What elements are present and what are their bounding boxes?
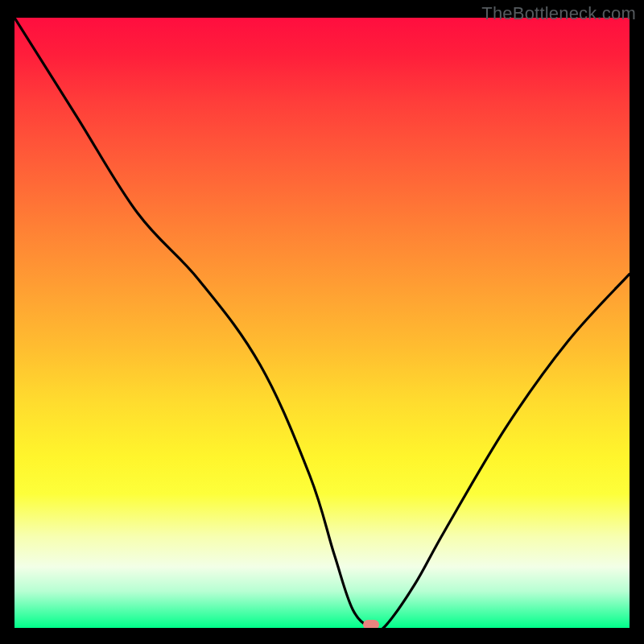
plot-area [14,18,630,628]
optimal-marker [363,620,379,628]
curve-layer [14,18,630,628]
chart-frame: TheBottleneck.com [0,0,644,644]
watermark-text: TheBottleneck.com [481,3,636,24]
bottleneck-curve [14,18,630,628]
